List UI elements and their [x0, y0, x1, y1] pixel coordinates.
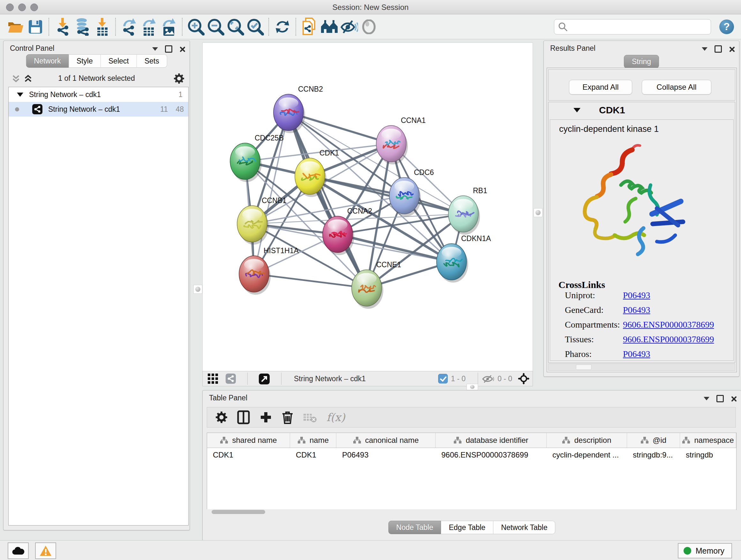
import-table-button[interactable]	[92, 17, 112, 37]
network-row[interactable]: String Network – cdk1 11 48	[9, 102, 188, 117]
zoom-in-button[interactable]	[186, 17, 206, 37]
table-horizontal-scrollbar[interactable]	[207, 509, 736, 515]
crosslink-link[interactable]: P06493	[623, 305, 650, 315]
open-in-new-window-icon[interactable]	[259, 374, 270, 384]
network-edge-HIST1H1A-CCNE1[interactable]	[254, 274, 367, 288]
network-node-CDKN1A[interactable]: CDKN1A	[436, 234, 491, 283]
tab-node-table[interactable]: Node Table	[388, 521, 441, 534]
export-network-button[interactable]	[119, 17, 139, 37]
results-scrollbar[interactable]	[548, 364, 735, 371]
collapse-all-button[interactable]: Collapse All	[642, 80, 711, 95]
panel-menu-icon[interactable]	[152, 47, 158, 51]
network-canvas[interactable]: CCNB2CCNA1CDC25BCDK1CDC6RB1CCNB1CCNA2CDK…	[202, 43, 533, 372]
hide-selected-button[interactable]	[339, 17, 359, 37]
status-bar: Memory	[0, 540, 741, 560]
panel-menu-icon[interactable]	[704, 397, 710, 400]
network-row-label: String Network – cdk1	[48, 105, 120, 114]
crosslink-link[interactable]: 9606.ENSP00000378699	[623, 320, 714, 330]
delete-column-icon[interactable]	[282, 411, 293, 424]
help-button[interactable]: ?	[719, 19, 734, 34]
network-edge-CDK1-RB1[interactable]	[310, 176, 463, 214]
network-node-RB1[interactable]: RB1	[448, 186, 487, 235]
table-column-header[interactable]: @id	[627, 433, 680, 448]
gear-icon[interactable]	[174, 73, 185, 84]
crosslink-link[interactable]: P06493	[623, 290, 650, 300]
crosslink-link[interactable]: 9606.ENSP00000378699	[623, 334, 714, 345]
network-selection-status: 1 of 1 Network selected	[7, 74, 186, 83]
panel-menu-icon[interactable]	[702, 47, 708, 51]
import-network-from-database-button[interactable]	[72, 17, 92, 37]
clone-network-button[interactable]	[300, 17, 320, 37]
network-view-toolbar: String Network – cdk1 1 - 0 0 - 0	[202, 371, 533, 386]
table-column-header[interactable]: shared name	[207, 433, 290, 448]
show-all-button[interactable]	[359, 17, 379, 37]
tab-network[interactable]: Network	[26, 54, 69, 68]
float-panel-icon[interactable]	[717, 395, 724, 402]
crosslink-row: Tissues:9606.ENSP00000378699	[550, 334, 733, 349]
gene-collapse-icon[interactable]	[574, 108, 581, 112]
grid-view-icon[interactable]	[208, 374, 219, 384]
network-edge-CCNB2-CCNE1[interactable]	[288, 112, 367, 288]
memory-button[interactable]: Memory	[678, 543, 732, 558]
birds-eye-view-icon[interactable]	[518, 373, 529, 384]
network-node-CCNB2[interactable]: CCNB2	[273, 85, 323, 133]
network-node-CCNA1[interactable]: CCNA1	[376, 116, 426, 165]
table-column-header[interactable]: database identifier	[435, 433, 547, 448]
show-columns-icon[interactable]	[237, 410, 250, 424]
search-input[interactable]	[569, 21, 708, 32]
float-panel-icon[interactable]	[165, 45, 172, 53]
network-badge-icon	[32, 104, 43, 114]
application-window: Session: New Session	[0, 0, 741, 560]
crosslink-row: Compartments:9606.ENSP00000378699	[550, 320, 733, 334]
zoom-out-button[interactable]	[206, 17, 226, 37]
gene-description: cyclin-dependent kinase 1	[559, 124, 659, 134]
network-node-CDC6[interactable]: CDC6	[389, 168, 434, 216]
tree-expand-icon[interactable]	[17, 92, 23, 97]
bottom-splitter-handle[interactable]	[467, 384, 478, 390]
right-splitter-handle[interactable]	[534, 208, 542, 217]
network-node-HIST1H1A[interactable]: HIST1H1A	[239, 246, 299, 295]
selected-checkbox[interactable]	[438, 374, 448, 383]
column-label: database identifier	[466, 436, 528, 445]
open-session-button[interactable]	[6, 17, 25, 37]
column-label: shared name	[232, 436, 277, 445]
save-session-button[interactable]	[25, 17, 45, 37]
export-image-button[interactable]	[159, 17, 179, 37]
scrollbar-thumb[interactable]	[212, 510, 265, 514]
table-column-header[interactable]: name	[290, 433, 336, 448]
network-node-CCNE1[interactable]: CCNE1	[352, 260, 401, 309]
crosslink-link[interactable]: P06493	[623, 349, 650, 359]
close-panel-icon[interactable]	[731, 396, 737, 401]
export-table-button[interactable]	[139, 17, 159, 37]
table-column-header[interactable]: namespace	[680, 433, 736, 448]
close-panel-icon[interactable]	[179, 46, 185, 52]
crosslink-label: Tissues:	[565, 334, 594, 345]
tab-select[interactable]: Select	[101, 54, 137, 68]
tab-string[interactable]: String	[624, 55, 659, 68]
tab-network-table[interactable]: Network Table	[493, 521, 555, 534]
close-panel-icon[interactable]	[729, 46, 735, 52]
network-node-CCNB1[interactable]: CCNB1	[237, 196, 286, 245]
zoom-selected-button[interactable]	[246, 17, 265, 37]
left-splitter-handle[interactable]	[193, 285, 202, 294]
table-gear-icon[interactable]	[215, 411, 227, 423]
table-column-header[interactable]: canonical name	[336, 433, 435, 448]
results-panel: Results Panel String Expand All Collapse…	[543, 41, 739, 377]
expand-all-button[interactable]: Expand All	[569, 80, 632, 95]
add-column-icon[interactable]	[259, 411, 272, 424]
float-panel-icon[interactable]	[715, 45, 722, 53]
tab-sets[interactable]: Sets	[137, 54, 167, 68]
first-neighbors-button[interactable]	[320, 17, 339, 37]
import-network-button[interactable]	[53, 17, 72, 37]
network-share-icon[interactable]	[226, 374, 236, 384]
table-column-header[interactable]: description	[547, 433, 627, 448]
zoom-fit-button[interactable]	[226, 17, 246, 37]
cloud-status-button[interactable]	[8, 543, 29, 559]
table-row[interactable]: CDK1CDK1P064939606.ENSP00000378699cyclin…	[207, 448, 736, 462]
refresh-view-button[interactable]	[273, 17, 292, 37]
warnings-button[interactable]	[35, 543, 56, 559]
tab-edge-table[interactable]: Edge Table	[441, 521, 493, 534]
network-collection-row[interactable]: String Network – cdk1 1	[9, 87, 188, 102]
tab-style[interactable]: Style	[69, 54, 101, 68]
gene-header[interactable]: CDK1	[549, 102, 735, 118]
